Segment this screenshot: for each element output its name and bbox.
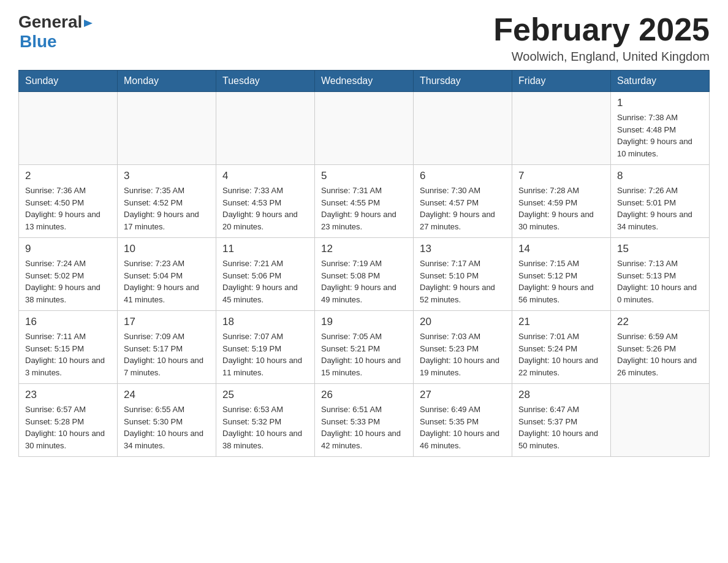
logo-arrow-icon — [84, 18, 94, 31]
calendar-day: 23Sunrise: 6:57 AMSunset: 5:28 PMDayligh… — [19, 384, 118, 457]
calendar-day: 8Sunrise: 7:26 AMSunset: 5:01 PMDaylight… — [611, 165, 710, 238]
day-info: Sunrise: 7:23 AMSunset: 5:04 PMDaylight:… — [124, 258, 210, 305]
calendar-week-2: 2Sunrise: 7:36 AMSunset: 4:50 PMDaylight… — [19, 165, 710, 238]
day-number: 4 — [222, 170, 308, 182]
day-number: 24 — [124, 389, 210, 401]
day-number: 9 — [25, 243, 111, 255]
calendar-day: 12Sunrise: 7:19 AMSunset: 5:08 PMDayligh… — [315, 238, 414, 311]
day-info: Sunrise: 7:03 AMSunset: 5:23 PMDaylight:… — [420, 331, 506, 378]
day-info: Sunrise: 7:15 AMSunset: 5:12 PMDaylight:… — [518, 258, 604, 305]
calendar-day — [512, 92, 611, 165]
calendar-day: 18Sunrise: 7:07 AMSunset: 5:19 PMDayligh… — [216, 311, 315, 384]
calendar-day — [611, 384, 710, 457]
calendar-day: 26Sunrise: 6:51 AMSunset: 5:33 PMDayligh… — [315, 384, 414, 457]
day-info: Sunrise: 7:09 AMSunset: 5:17 PMDaylight:… — [124, 331, 210, 378]
calendar-day: 21Sunrise: 7:01 AMSunset: 5:24 PMDayligh… — [512, 311, 611, 384]
day-info: Sunrise: 7:21 AMSunset: 5:06 PMDaylight:… — [222, 258, 308, 305]
calendar-day: 10Sunrise: 7:23 AMSunset: 5:04 PMDayligh… — [118, 238, 216, 311]
day-number: 17 — [124, 316, 210, 328]
day-number: 27 — [420, 389, 506, 401]
day-header-wednesday: Wednesday — [315, 71, 414, 92]
day-info: Sunrise: 7:26 AMSunset: 5:01 PMDaylight:… — [617, 185, 703, 232]
calendar-day: 11Sunrise: 7:21 AMSunset: 5:06 PMDayligh… — [216, 238, 315, 311]
day-info: Sunrise: 6:47 AMSunset: 5:37 PMDaylight:… — [518, 404, 604, 451]
calendar-day: 13Sunrise: 7:17 AMSunset: 5:10 PMDayligh… — [414, 238, 512, 311]
day-number: 12 — [321, 243, 407, 255]
calendar-day: 1Sunrise: 7:38 AMSunset: 4:48 PMDaylight… — [611, 92, 710, 165]
calendar-week-4: 16Sunrise: 7:11 AMSunset: 5:15 PMDayligh… — [19, 311, 710, 384]
calendar-day: 24Sunrise: 6:55 AMSunset: 5:30 PMDayligh… — [118, 384, 216, 457]
day-info: Sunrise: 7:36 AMSunset: 4:50 PMDaylight:… — [25, 185, 111, 232]
day-number: 15 — [617, 243, 703, 255]
calendar-day: 3Sunrise: 7:35 AMSunset: 4:52 PMDaylight… — [118, 165, 216, 238]
calendar-day: 22Sunrise: 6:59 AMSunset: 5:26 PMDayligh… — [611, 311, 710, 384]
day-number: 18 — [222, 316, 308, 328]
day-number: 11 — [222, 243, 308, 255]
day-number: 16 — [25, 316, 111, 328]
location-text: Woolwich, England, United Kingdom — [493, 50, 710, 64]
calendar-day: 14Sunrise: 7:15 AMSunset: 5:12 PMDayligh… — [512, 238, 611, 311]
calendar-day — [414, 92, 512, 165]
calendar-day: 27Sunrise: 6:49 AMSunset: 5:35 PMDayligh… — [414, 384, 512, 457]
day-number: 23 — [25, 389, 111, 401]
day-number: 8 — [617, 170, 703, 182]
day-number: 21 — [518, 316, 604, 328]
svg-marker-0 — [84, 20, 93, 27]
day-header-saturday: Saturday — [611, 71, 710, 92]
day-info: Sunrise: 6:53 AMSunset: 5:32 PMDaylight:… — [222, 404, 308, 451]
day-header-friday: Friday — [512, 71, 611, 92]
day-info: Sunrise: 7:05 AMSunset: 5:21 PMDaylight:… — [321, 331, 407, 378]
day-number: 28 — [518, 389, 604, 401]
calendar-day: 4Sunrise: 7:33 AMSunset: 4:53 PMDaylight… — [216, 165, 315, 238]
day-number: 5 — [321, 170, 407, 182]
calendar-day — [315, 92, 414, 165]
day-header-monday: Monday — [118, 71, 216, 92]
day-header-thursday: Thursday — [414, 71, 512, 92]
day-header-sunday: Sunday — [19, 71, 118, 92]
day-info: Sunrise: 6:49 AMSunset: 5:35 PMDaylight:… — [420, 404, 506, 451]
day-number: 2 — [25, 170, 111, 182]
day-info: Sunrise: 7:33 AMSunset: 4:53 PMDaylight:… — [222, 185, 308, 232]
day-number: 26 — [321, 389, 407, 401]
day-info: Sunrise: 7:30 AMSunset: 4:57 PMDaylight:… — [420, 185, 506, 232]
calendar-day: 25Sunrise: 6:53 AMSunset: 5:32 PMDayligh… — [216, 384, 315, 457]
calendar-day: 19Sunrise: 7:05 AMSunset: 5:21 PMDayligh… — [315, 311, 414, 384]
page-header: General Blue February 2025 Woolwich, Eng… — [18, 12, 710, 64]
day-info: Sunrise: 7:24 AMSunset: 5:02 PMDaylight:… — [25, 258, 111, 305]
day-number: 6 — [420, 170, 506, 182]
calendar-day: 17Sunrise: 7:09 AMSunset: 5:17 PMDayligh… — [118, 311, 216, 384]
day-number: 19 — [321, 316, 407, 328]
day-info: Sunrise: 6:57 AMSunset: 5:28 PMDaylight:… — [25, 404, 111, 451]
calendar-day: 28Sunrise: 6:47 AMSunset: 5:37 PMDayligh… — [512, 384, 611, 457]
calendar-table: SundayMondayTuesdayWednesdayThursdayFrid… — [18, 70, 710, 457]
calendar-day: 5Sunrise: 7:31 AMSunset: 4:55 PMDaylight… — [315, 165, 414, 238]
day-info: Sunrise: 6:55 AMSunset: 5:30 PMDaylight:… — [124, 404, 210, 451]
logo: General Blue — [18, 12, 94, 52]
day-number: 25 — [222, 389, 308, 401]
day-info: Sunrise: 7:35 AMSunset: 4:52 PMDaylight:… — [124, 185, 210, 232]
calendar-week-5: 23Sunrise: 6:57 AMSunset: 5:28 PMDayligh… — [19, 384, 710, 457]
logo-blue-text: Blue — [20, 32, 57, 52]
calendar-day: 2Sunrise: 7:36 AMSunset: 4:50 PMDaylight… — [19, 165, 118, 238]
calendar-week-3: 9Sunrise: 7:24 AMSunset: 5:02 PMDaylight… — [19, 238, 710, 311]
day-info: Sunrise: 6:51 AMSunset: 5:33 PMDaylight:… — [321, 404, 407, 451]
day-info: Sunrise: 7:17 AMSunset: 5:10 PMDaylight:… — [420, 258, 506, 305]
day-number: 22 — [617, 316, 703, 328]
day-info: Sunrise: 7:38 AMSunset: 4:48 PMDaylight:… — [617, 112, 703, 159]
day-info: Sunrise: 7:31 AMSunset: 4:55 PMDaylight:… — [321, 185, 407, 232]
calendar-header-row: SundayMondayTuesdayWednesdayThursdayFrid… — [19, 71, 710, 92]
calendar-day — [216, 92, 315, 165]
calendar-day: 15Sunrise: 7:13 AMSunset: 5:13 PMDayligh… — [611, 238, 710, 311]
calendar-day — [118, 92, 216, 165]
day-info: Sunrise: 7:11 AMSunset: 5:15 PMDaylight:… — [25, 331, 111, 378]
month-title: February 2025 — [493, 12, 710, 47]
day-header-tuesday: Tuesday — [216, 71, 315, 92]
day-info: Sunrise: 7:28 AMSunset: 4:59 PMDaylight:… — [518, 185, 604, 232]
day-number: 10 — [124, 243, 210, 255]
day-number: 3 — [124, 170, 210, 182]
calendar-day: 20Sunrise: 7:03 AMSunset: 5:23 PMDayligh… — [414, 311, 512, 384]
calendar-day: 7Sunrise: 7:28 AMSunset: 4:59 PMDaylight… — [512, 165, 611, 238]
day-info: Sunrise: 7:13 AMSunset: 5:13 PMDaylight:… — [617, 258, 703, 305]
day-number: 7 — [518, 170, 604, 182]
day-info: Sunrise: 7:07 AMSunset: 5:19 PMDaylight:… — [222, 331, 308, 378]
